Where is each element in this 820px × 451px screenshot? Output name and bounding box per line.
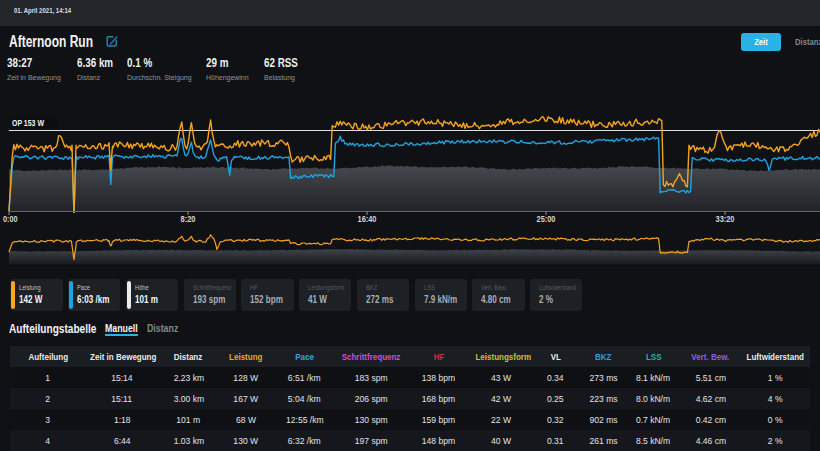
svg-text:33:20: 33:20 xyxy=(716,214,735,224)
svg-text:OP 153 W: OP 153 W xyxy=(12,118,44,128)
svg-text:8:20: 8:20 xyxy=(181,214,196,224)
svg-text:25:00: 25:00 xyxy=(537,214,556,224)
svg-text:16:40: 16:40 xyxy=(358,214,377,224)
svg-text:0:00: 0:00 xyxy=(3,214,18,224)
